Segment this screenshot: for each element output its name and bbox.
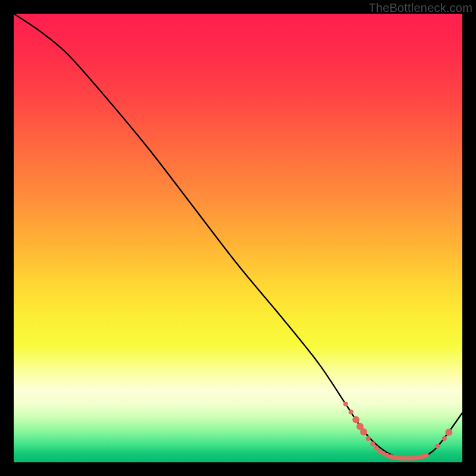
highlight-dots-group	[343, 402, 452, 461]
highlight-dot	[445, 428, 452, 436]
highlight-dot	[370, 441, 375, 446]
chart-stage: TheBottleneck.com	[0, 0, 476, 476]
highlight-dot	[343, 402, 348, 406]
highlight-dot	[374, 446, 378, 450]
chart-svg	[14, 14, 462, 462]
highlight-dot	[424, 453, 429, 458]
bottleneck-curve	[14, 14, 462, 459]
highlight-dot	[366, 436, 371, 441]
watermark-text: TheBottleneck.com	[368, 1, 472, 15]
highlight-dot	[436, 444, 440, 449]
chart-plot-area	[14, 14, 462, 462]
highlight-dot	[352, 416, 359, 423]
highlight-dot	[360, 428, 367, 436]
highlight-dot	[442, 436, 447, 441]
highlight-dot	[349, 410, 353, 415]
